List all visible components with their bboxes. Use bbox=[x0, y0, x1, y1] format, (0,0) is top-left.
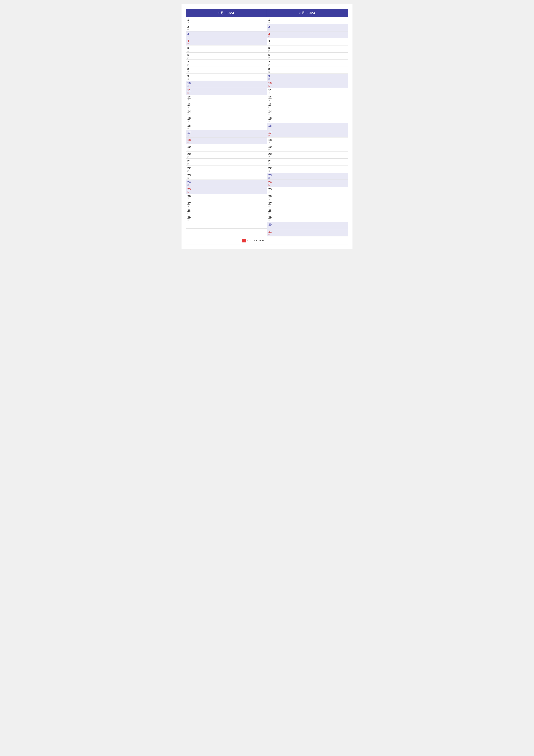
day-name: 水 bbox=[268, 57, 270, 59]
day-number: 7 bbox=[268, 60, 270, 64]
day-name: 月 bbox=[268, 191, 270, 193]
day-number: 26 bbox=[268, 195, 272, 198]
day-name: 金 bbox=[268, 21, 270, 23]
day-name: 水 bbox=[268, 205, 270, 207]
day-row: 6水 bbox=[267, 53, 348, 60]
day-name: 水 bbox=[187, 163, 189, 165]
day-name: 木 bbox=[268, 64, 270, 66]
day-number: 11 bbox=[268, 89, 272, 92]
day-row: 15金 bbox=[267, 116, 348, 123]
day-row: 28水 bbox=[186, 208, 267, 215]
day-row: 16金 bbox=[186, 123, 267, 130]
day-name: 土 bbox=[268, 29, 270, 31]
march-days: 1金2土3日4月5火6水7木8金9土10日11月12火13水14木15金16土1… bbox=[267, 17, 348, 236]
svg-rect-5 bbox=[244, 238, 245, 239]
day-number: 27 bbox=[187, 202, 191, 205]
day-row: 8木 bbox=[186, 67, 267, 74]
day-row: 3日 bbox=[267, 32, 348, 39]
day-row: 11日 bbox=[186, 88, 267, 95]
day-row: 19月 bbox=[186, 145, 267, 151]
day-row: 3土 bbox=[186, 32, 267, 39]
day-name: 月 bbox=[187, 50, 189, 52]
day-number: 29 bbox=[187, 216, 191, 219]
day-row: 9土 bbox=[267, 74, 348, 81]
day-number: 12 bbox=[187, 96, 191, 99]
day-row: 26火 bbox=[267, 194, 348, 201]
day-number: 5 bbox=[268, 46, 270, 50]
day-name: 木 bbox=[268, 212, 270, 214]
day-name: 土 bbox=[187, 36, 189, 38]
day-row: 1金 bbox=[267, 17, 348, 24]
calendar-grid: 2月 2024 3月 2024 1木2金3土4日5月6火7水8木9金10土11日… bbox=[186, 9, 348, 236]
day-row: 12火 bbox=[267, 95, 348, 102]
day-number: 3 bbox=[268, 32, 270, 36]
calendar-container: 2月 2024 3月 2024 1木2金3土4日5月6火7水8木9金10土11日… bbox=[186, 9, 348, 245]
day-number: 1 bbox=[268, 18, 270, 21]
day-name: 月 bbox=[268, 43, 270, 44]
day-number: 18 bbox=[268, 138, 272, 142]
day-number: 21 bbox=[187, 159, 191, 163]
day-name: 日 bbox=[268, 85, 270, 87]
day-row: 1木 bbox=[186, 17, 267, 24]
day-name: 土 bbox=[187, 184, 189, 186]
day-name: 火 bbox=[268, 149, 270, 150]
day-number: 13 bbox=[187, 103, 191, 106]
day-name: 土 bbox=[268, 177, 270, 179]
day-name: 日 bbox=[187, 191, 189, 193]
day-name: 水 bbox=[268, 106, 270, 108]
day-number: 23 bbox=[268, 174, 272, 177]
day-row: 19火 bbox=[267, 145, 348, 151]
day-row: 25月 bbox=[267, 187, 348, 194]
day-row: 18月 bbox=[267, 138, 348, 145]
day-name: 木 bbox=[268, 113, 270, 115]
day-name: 火 bbox=[187, 57, 189, 59]
day-number: 14 bbox=[187, 110, 191, 113]
svg-rect-4 bbox=[243, 238, 243, 239]
day-number: 25 bbox=[187, 187, 191, 191]
day-row: 10日 bbox=[267, 81, 348, 88]
day-row-empty bbox=[186, 222, 267, 229]
day-number: 8 bbox=[268, 68, 270, 71]
day-name: 木 bbox=[187, 121, 189, 122]
day-number: 24 bbox=[268, 180, 272, 184]
day-row: 27水 bbox=[267, 201, 348, 208]
day-row: 16土 bbox=[267, 123, 348, 130]
day-name: 土 bbox=[268, 127, 270, 129]
day-name: 日 bbox=[187, 142, 189, 144]
day-number: 17 bbox=[187, 131, 191, 135]
day-row: 18日 bbox=[186, 138, 267, 145]
day-number: 7 bbox=[187, 60, 189, 64]
day-number: 16 bbox=[187, 124, 191, 127]
day-number: 15 bbox=[268, 117, 272, 121]
day-name: 火 bbox=[187, 106, 189, 108]
day-number: 6 bbox=[268, 53, 270, 57]
day-name: 金 bbox=[187, 29, 189, 31]
day-number: 15 bbox=[187, 117, 191, 121]
day-name: 金 bbox=[268, 71, 270, 73]
day-number: 21 bbox=[268, 159, 272, 163]
day-name: 水 bbox=[187, 113, 189, 115]
day-name: 水 bbox=[187, 212, 189, 214]
day-name: 月 bbox=[187, 149, 189, 150]
month-header-right: 3月 2024 bbox=[267, 9, 348, 17]
day-row: 20水 bbox=[267, 151, 348, 159]
february-days: 1木2金3土4日5月6火7水8木9金10土11日12月13火14水15木16金1… bbox=[186, 17, 267, 236]
day-number: 16 bbox=[268, 124, 272, 127]
day-number: 19 bbox=[187, 145, 191, 149]
day-row: 4日 bbox=[186, 39, 267, 45]
day-name: 日 bbox=[268, 36, 270, 38]
day-number: 10 bbox=[187, 81, 191, 85]
day-row: 14木 bbox=[267, 109, 348, 116]
day-number: 4 bbox=[268, 39, 270, 43]
day-number: 5 bbox=[187, 46, 189, 50]
day-row: 27火 bbox=[186, 201, 267, 208]
day-number: 10 bbox=[268, 81, 272, 85]
day-name: 水 bbox=[187, 64, 189, 66]
day-row: 31日 bbox=[267, 229, 348, 236]
day-number: 20 bbox=[187, 152, 191, 156]
day-number: 19 bbox=[268, 145, 272, 149]
day-number: 2 bbox=[268, 25, 270, 29]
day-name: 日 bbox=[268, 184, 270, 186]
logo-area: 7 CALENDAR bbox=[242, 238, 264, 243]
day-row: 24土 bbox=[186, 180, 267, 187]
